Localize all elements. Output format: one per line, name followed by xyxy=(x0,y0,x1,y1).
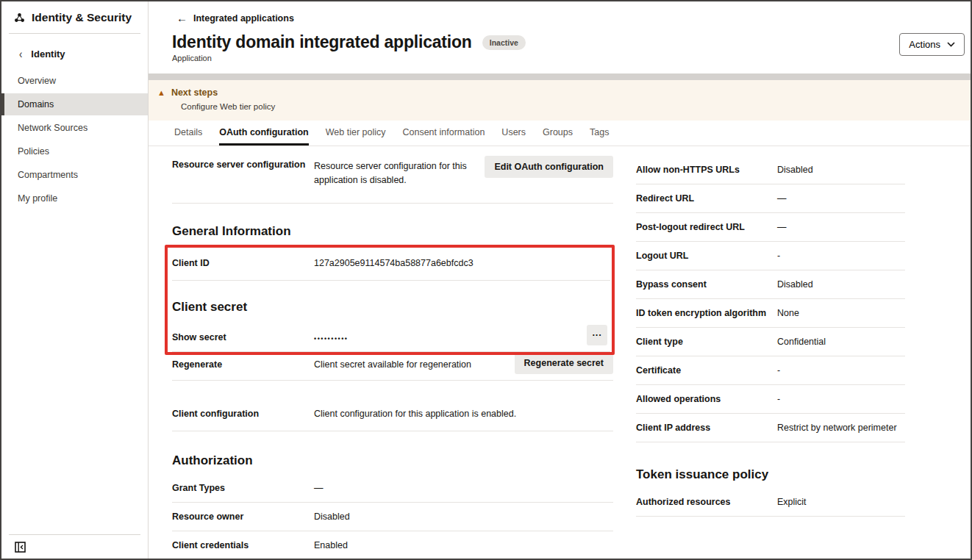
page-subtitle: Application xyxy=(172,54,212,62)
field-value: Explicit xyxy=(777,497,905,507)
field-label: Allow non-HTTPS URLs xyxy=(636,165,777,175)
bypass-consent-row: Bypass consent Disabled xyxy=(636,270,905,299)
tab-web-tier-policy[interactable]: Web tier policy xyxy=(326,121,386,146)
field-label: Post-logout redirect URL xyxy=(636,222,777,232)
tab-groups[interactable]: Groups xyxy=(543,121,573,146)
field-label: Resource server configuration xyxy=(172,159,314,170)
field-label: Grant Types xyxy=(172,483,314,493)
field-label: Client type xyxy=(636,337,777,347)
page-title: Identity domain integrated application xyxy=(172,32,472,52)
regenerate-row: Regenerate Client secret available for r… xyxy=(172,351,613,381)
field-value: Client configuration for this applicatio… xyxy=(314,409,613,419)
sidebar-item-policies[interactable]: Policies xyxy=(1,140,148,162)
sidebar-item-my-profile[interactable]: My profile xyxy=(1,187,148,209)
tab-content: Resource server configuration Resource s… xyxy=(149,146,971,560)
masked-secret-value: •••••••••• xyxy=(314,332,610,342)
main-area: ← Integrated applications Identity domai… xyxy=(149,1,971,559)
field-value: Confidential xyxy=(777,337,905,347)
sidebar-item-domains[interactable]: Domains xyxy=(1,93,148,115)
field-value: Restrict by network perimeter xyxy=(777,423,905,433)
field-value: Disabled xyxy=(777,165,905,175)
sidebar-section-identity[interactable]: ‹ Identity xyxy=(1,34,148,68)
banner-message: Configure Web tier policy xyxy=(181,102,971,111)
regenerate-secret-button[interactable]: Regenerate secret xyxy=(515,352,613,374)
sidebar-item-compartments[interactable]: Compartments xyxy=(1,164,148,186)
field-value: - xyxy=(777,365,905,376)
client-ip-address-row: Client IP address Restrict by network pe… xyxy=(636,414,905,442)
sidebar-footer-divider xyxy=(9,534,140,535)
field-label: Show secret xyxy=(172,332,314,342)
tab-oauth-configuration[interactable]: OAuth configuration xyxy=(219,121,309,146)
chevron-down-icon xyxy=(947,42,955,47)
sidebar-item-network-sources[interactable]: Network Sources xyxy=(1,117,148,139)
sidebar-title: Identity & Security xyxy=(1,1,148,33)
field-value: — xyxy=(314,483,613,493)
field-label: Bypass consent xyxy=(636,279,777,290)
field-label: Authorized resources xyxy=(636,497,777,507)
sidebar-section-label: Identity xyxy=(31,49,65,60)
field-label: Allowed operations xyxy=(636,394,777,404)
collapse-panel-button[interactable] xyxy=(13,540,26,553)
client-type-row: Client type Confidential xyxy=(636,328,905,356)
token-issuance-policy-heading: Token issuance policy xyxy=(636,467,905,482)
sidebar-title-label: Identity & Security xyxy=(32,11,132,24)
back-arrow-icon: ← xyxy=(176,12,187,24)
actions-button[interactable]: Actions xyxy=(899,33,965,56)
client-secret-heading: Client secret xyxy=(172,300,610,315)
tab-bar: Details OAuth configuration Web tier pol… xyxy=(149,121,971,146)
tab-users[interactable]: Users xyxy=(501,121,526,146)
status-badge: Inactive xyxy=(482,35,526,50)
field-label: Certificate xyxy=(636,365,777,376)
authorized-resources-row: Authorized resources Explicit xyxy=(636,482,905,517)
chevron-left-icon: ‹ xyxy=(19,48,22,61)
field-value: - xyxy=(777,251,905,261)
back-link-label: Integrated applications xyxy=(193,13,294,24)
resource-server-row: Resource server configuration Resource s… xyxy=(172,146,613,204)
field-value: - xyxy=(777,394,905,404)
client-credentials-row: Client credentials Enabled xyxy=(172,531,613,560)
banner-title: Next steps xyxy=(171,87,218,98)
tab-consent-information[interactable]: Consent information xyxy=(402,121,485,146)
sidebar: Identity & Security ‹ Identity Overview … xyxy=(1,1,149,559)
edit-oauth-configuration-button[interactable]: Edit OAuth configuration xyxy=(485,156,613,178)
right-column: Allow non-HTTPS URLs Disabled Redirect U… xyxy=(636,156,905,517)
warning-triangle-icon: ▲ xyxy=(157,89,165,97)
certificate-row: Certificate - xyxy=(636,356,905,385)
field-label: ID token encryption algorithm xyxy=(636,308,777,318)
field-label: Client configuration xyxy=(172,409,314,419)
header-divider-band xyxy=(149,73,971,80)
next-steps-banner: ▲ Next steps Configure Web tier policy xyxy=(149,80,971,121)
client-id-row: Client ID 127a2905e9114574ba58877a6ebfcd… xyxy=(172,248,610,281)
logout-url-row: Logout URL - xyxy=(636,242,905,270)
post-logout-redirect-url-row: Post-logout redirect URL — xyxy=(636,213,905,242)
field-label: Client IP address xyxy=(636,423,777,433)
collapse-panel-icon xyxy=(15,542,26,553)
show-secret-row: Show secret •••••••••• ··· xyxy=(172,315,610,352)
app-window: Identity & Security ‹ Identity Overview … xyxy=(0,0,972,560)
id-token-encryption-row: ID token encryption algorithm None xyxy=(636,299,905,328)
authorization-heading: Authorization xyxy=(172,453,613,468)
tab-details[interactable]: Details xyxy=(174,121,202,146)
general-information-heading: General Information xyxy=(172,224,613,239)
redirect-url-row: Redirect URL — xyxy=(636,184,905,213)
field-value: Disabled xyxy=(777,279,905,290)
field-value: — xyxy=(777,222,905,232)
field-value: — xyxy=(777,193,905,204)
field-value: Enabled xyxy=(314,540,613,550)
allow-non-https-row: Allow non-HTTPS URLs Disabled xyxy=(636,156,905,184)
grant-types-row: Grant Types — xyxy=(172,474,613,503)
field-label: Client credentials xyxy=(172,540,314,550)
authorization-fields: Grant Types — Resource owner Disabled Cl… xyxy=(172,474,613,560)
page-header: ← Integrated applications Identity domai… xyxy=(149,1,971,73)
field-value: None xyxy=(777,308,905,318)
client-configuration-row: Client configuration Client configuratio… xyxy=(172,400,613,431)
field-label: Resource owner xyxy=(172,511,314,522)
tab-tags[interactable]: Tags xyxy=(590,121,609,146)
identity-security-icon xyxy=(13,12,26,24)
resource-owner-row: Resource owner Disabled xyxy=(172,503,613,531)
left-column: Resource server configuration Resource s… xyxy=(172,146,613,560)
sidebar-item-overview[interactable]: Overview xyxy=(1,70,148,92)
show-secret-menu-button[interactable]: ··· xyxy=(587,325,607,345)
back-link-integrated-applications[interactable]: ← Integrated applications xyxy=(176,12,294,24)
actions-button-label: Actions xyxy=(909,39,940,50)
